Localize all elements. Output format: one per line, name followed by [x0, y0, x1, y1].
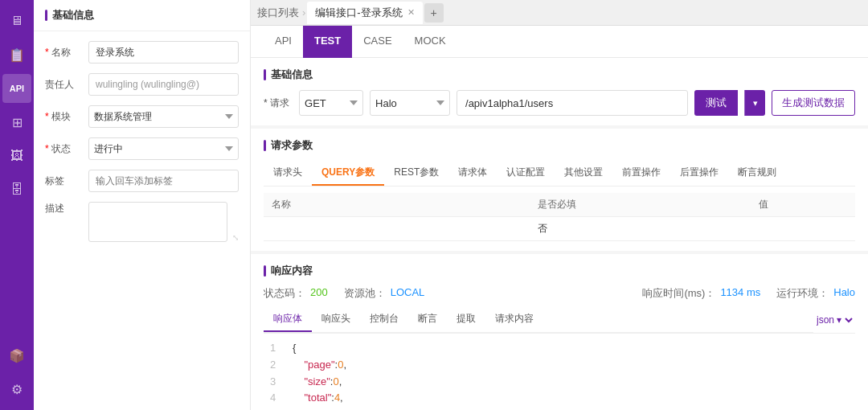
source-label: 资源池： [344, 286, 386, 301]
breadcrumb: 接口列表 › [257, 6, 305, 20]
url-input[interactable] [457, 90, 688, 116]
status-value: 200 [310, 286, 328, 301]
add-tab-button[interactable]: + [424, 3, 444, 23]
desc-label: 描述 [45, 202, 84, 215]
response-title: 响应内容 [264, 264, 855, 278]
left-panel: 基础信息 名称 责任人 模块 数据系统管理 状态 进行中 标签 描述 [34, 0, 251, 410]
source-value: LOCAL [391, 286, 425, 301]
api-icon[interactable]: API [2, 74, 31, 103]
close-icon[interactable]: ✕ [407, 7, 415, 18]
tab-extract[interactable]: 提取 [447, 307, 485, 332]
code-line-2: 2 "page": 0, [270, 357, 849, 374]
desc-textarea[interactable] [88, 202, 227, 242]
monitor-icon[interactable]: 🖥 [2, 6, 31, 35]
params-tabs: 请求头 QUERY参数 REST参数 请求体 认证配置 其他设置 前置操作 后置… [264, 161, 855, 187]
status-row: 状态 进行中 [45, 137, 239, 160]
resize-icon: ⤡ [232, 233, 239, 242]
main-content: 接口列表 › 编辑接口-登录系统 ✕ + API TEST CASE MOCK [251, 0, 868, 410]
owner-input[interactable] [88, 73, 239, 96]
breadcrumb-item-list[interactable]: 接口列表 [257, 6, 299, 20]
package-icon[interactable]: 📦 [2, 341, 31, 370]
tab-test[interactable]: TEST [303, 26, 352, 58]
tab-request-content[interactable]: 请求内容 [485, 307, 543, 332]
env-label: 运行环境： [776, 286, 829, 301]
generate-button[interactable]: 生成测试数据 [772, 90, 855, 116]
owner-label: 责任人 [45, 78, 84, 92]
tab-response-header[interactable]: 响应头 [312, 307, 360, 332]
method-select[interactable]: GET POST PUT DELETE [299, 90, 363, 116]
image-icon[interactable]: 🖼 [2, 141, 31, 170]
code-line-1: 1 { [270, 340, 849, 357]
table-icon[interactable]: ⊞ [2, 108, 31, 137]
col-name: 名称 [264, 193, 530, 217]
left-panel-title: 基础信息 [34, 0, 250, 31]
request-params-section: 请求参数 请求头 QUERY参数 REST参数 请求体 认证配置 其他设置 前置… [251, 129, 868, 251]
code-line-5: 5 "items": [ [270, 407, 849, 410]
param-required: 否 [530, 217, 751, 241]
tab-assert-rule[interactable]: 断言规则 [728, 161, 786, 186]
test-arrow-button[interactable]: ▾ [744, 90, 765, 116]
document-icon[interactable]: 📋 [2, 40, 31, 69]
response-tabs-bar: 响应体 响应头 控制台 断言 提取 请求内容 json ▾ [264, 307, 855, 334]
env-select[interactable]: Halo [370, 90, 450, 116]
name-input[interactable] [88, 41, 239, 64]
right-panel: API TEST CASE MOCK 基础信息 * 请求 GET POST [251, 26, 868, 410]
tab-rest-params[interactable]: REST参数 [384, 161, 448, 186]
source-item: 资源池： LOCAL [344, 286, 425, 301]
status-item: 状态码： 200 [264, 286, 328, 301]
module-row: 模块 数据系统管理 [45, 105, 239, 128]
param-name[interactable] [264, 217, 530, 241]
tag-label: 标签 [45, 174, 84, 188]
form-section: 名称 责任人 模块 数据系统管理 状态 进行中 标签 描述 ⤡ [34, 31, 250, 252]
tab-response-body[interactable]: 响应体 [264, 307, 312, 332]
tag-input[interactable] [88, 170, 239, 192]
request-row: * 请求 GET POST PUT DELETE Halo 测试 ▾ 生成测试数… [264, 90, 855, 116]
response-meta: 状态码： 200 资源池： LOCAL 响应时间(ms)： 1134 ms 运行… [264, 286, 855, 301]
response-tabs: 响应体 响应头 控制台 断言 提取 请求内容 [264, 307, 813, 333]
module-select[interactable]: 数据系统管理 [88, 105, 239, 128]
sidebar: 🖥 📋 API ⊞ 🖼 🗄 📦 ⚙ [0, 0, 34, 410]
tag-row: 标签 [45, 170, 239, 192]
file-tab-edit[interactable]: 编辑接口-登录系统 ✕ [307, 2, 422, 24]
format-select[interactable]: json ▾ [813, 314, 855, 326]
request-label: * 请求 [264, 96, 289, 110]
tab-other-settings[interactable]: 其他设置 [555, 161, 612, 186]
tab-query-params[interactable]: QUERY参数 [312, 161, 384, 186]
name-row: 名称 [45, 41, 239, 64]
code-area: 1 { 2 "page": 0, 3 "size": 0, 4 "total":… [264, 334, 855, 410]
status-label: 状态 [45, 142, 84, 156]
tab-auth-config[interactable]: 认证配置 [497, 161, 555, 186]
tab-assert[interactable]: 断言 [408, 307, 447, 332]
owner-row: 责任人 [45, 73, 239, 96]
tab-pre-action[interactable]: 前置操作 [612, 161, 670, 186]
basic-info-title: 基础信息 [264, 68, 855, 82]
col-value: 值 [751, 193, 855, 217]
table-row: 否 [264, 217, 855, 241]
tab-console[interactable]: 控制台 [360, 307, 408, 332]
api-tabs-bar: API TEST CASE MOCK [251, 26, 868, 58]
module-label: 模块 [45, 110, 84, 124]
tab-request-header[interactable]: 请求头 [264, 161, 312, 186]
tab-case[interactable]: CASE [352, 26, 403, 58]
tab-request-body[interactable]: 请求体 [448, 161, 497, 186]
time-item: 响应时间(ms)： 1134 ms [642, 286, 760, 301]
settings-icon[interactable]: ⚙ [2, 375, 31, 404]
params-table: 名称 是否必填 值 否 [264, 193, 855, 241]
database-icon[interactable]: 🗄 [2, 175, 31, 204]
desc-row: 描述 ⤡ [45, 202, 239, 242]
tab-mock[interactable]: MOCK [403, 26, 457, 58]
response-section: 响应内容 状态码： 200 资源池： LOCAL 响应时间(ms)： 1134 … [251, 254, 868, 410]
name-label: 名称 [45, 46, 84, 59]
basic-info-section: 基础信息 * 请求 GET POST PUT DELETE Halo 测试 ▾ … [251, 58, 868, 125]
status-select[interactable]: 进行中 [88, 137, 239, 160]
col-required: 是否必填 [530, 193, 751, 217]
test-button[interactable]: 测试 [694, 90, 738, 116]
tab-post-action[interactable]: 后置操作 [670, 161, 728, 186]
request-params-title: 请求参数 [264, 138, 855, 153]
param-value[interactable] [751, 217, 855, 241]
code-line-4: 4 "total": 4, [270, 390, 849, 407]
env-item: 运行环境： Halo [776, 286, 855, 301]
tab-api[interactable]: API [264, 26, 303, 58]
time-value: 1134 ms [720, 286, 760, 301]
code-line-3: 3 "size": 0, [270, 374, 849, 391]
